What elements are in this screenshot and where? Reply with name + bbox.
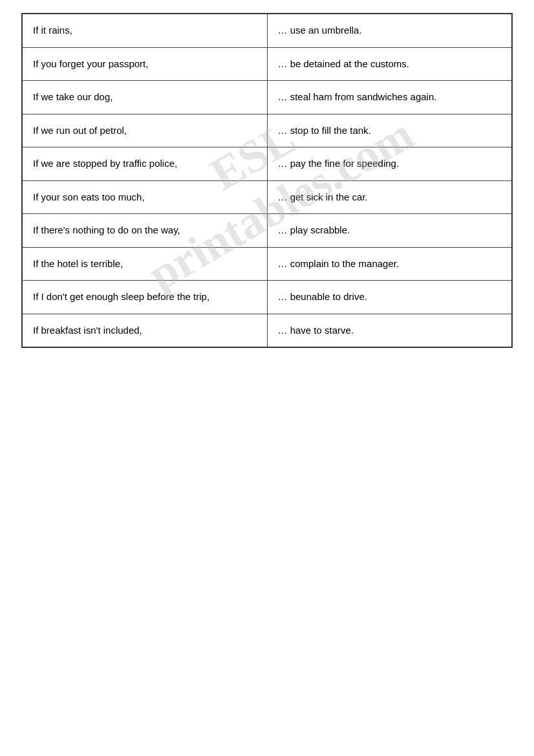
cell-condition-1: If you forget your passport, <box>22 47 267 81</box>
cell-result-7: … complain to the manager. <box>267 247 512 281</box>
cell-result-9: … have to starve. <box>267 314 512 347</box>
table-row: If we run out of petrol,… stop to fill t… <box>22 114 512 147</box>
table-row: If we take our dog,… steal ham from sand… <box>22 81 512 114</box>
cell-condition-5: If your son eats too much, <box>22 180 267 214</box>
page-wrapper: ESLprintables.com If it rains,… use an u… <box>21 13 513 348</box>
cell-condition-0: If it rains, <box>22 14 267 47</box>
cell-result-5: … get sick in the car. <box>267 180 512 214</box>
table-row: If we are stopped by traffic police,… pa… <box>22 147 512 181</box>
table-row: If breakfast isn't included,… have to st… <box>22 314 512 347</box>
table-row: If I don't get enough sleep before the t… <box>22 281 512 314</box>
table-row: If there's nothing to do on the way,… pl… <box>22 214 512 248</box>
cell-result-2: … steal ham from sandwiches again. <box>267 81 512 114</box>
cell-condition-8: If I don't get enough sleep before the t… <box>22 281 267 314</box>
cell-result-4: … pay the fine for speeding. <box>267 147 512 181</box>
cell-result-1: … be detained at the customs. <box>267 47 512 81</box>
cell-condition-2: If we take our dog, <box>22 81 267 114</box>
table-row: If your son eats too much,… get sick in … <box>22 180 512 214</box>
cell-result-3: … stop to fill the tank. <box>267 114 512 147</box>
cell-result-0: … use an umbrella. <box>267 14 512 47</box>
cell-result-6: … play scrabble. <box>267 214 512 248</box>
cell-condition-3: If we run out of petrol, <box>22 114 267 147</box>
cell-condition-6: If there's nothing to do on the way, <box>22 214 267 248</box>
cell-condition-9: If breakfast isn't included, <box>22 314 267 347</box>
table-row: If it rains,… use an umbrella. <box>22 14 512 47</box>
table-row: If the hotel is terrible,… complain to t… <box>22 247 512 281</box>
cell-condition-4: If we are stopped by traffic police, <box>22 147 267 181</box>
cell-result-8: … beunable to drive. <box>267 281 512 314</box>
cell-condition-7: If the hotel is terrible, <box>22 247 267 281</box>
match-table: If it rains,… use an umbrella.If you for… <box>21 13 513 348</box>
table-row: If you forget your passport,… be detaine… <box>22 47 512 81</box>
